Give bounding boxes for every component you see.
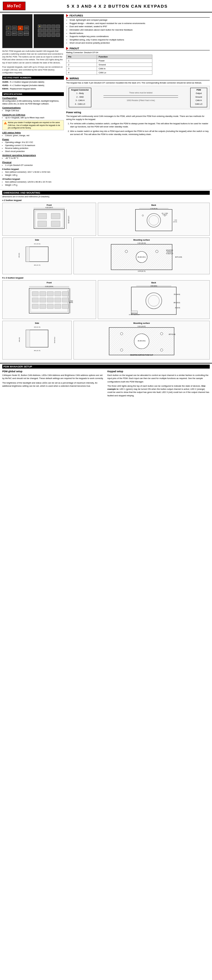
- wiring-method-2: Wire a master switch or ignition key int…: [70, 130, 210, 136]
- svg-rect-78: [26, 330, 30, 347]
- svg-text:Ø1.600 (40.6): Ø1.600 (40.6): [138, 340, 146, 342]
- key-b4: [51, 29, 55, 33]
- feature-1: Small, lightweight and compact package: [70, 18, 210, 22]
- button8-item-1: Size (without connector): 104.7 x 62.82 …: [5, 171, 64, 174]
- pdm-setup-header: PDM MANAGER SETUP: [2, 364, 210, 369]
- key-b2: [43, 29, 46, 33]
- front-view-4x2: Front 4.122 (104.7): [2, 203, 96, 236]
- side-5x3-svg: .620 (15.74) .855 (21.72) .380 (20) .726…: [4, 325, 70, 352]
- key-b5: TRANS PUMP: [56, 29, 60, 33]
- pdm-pin-4: CAN LO: [193, 102, 205, 106]
- part-numbers-section: KEYPAD PART NUMBERS: [2, 76, 64, 80]
- specifications-header: SPECIFICATIONS: [2, 92, 64, 96]
- svg-text:.280 (20): .280 (20): [18, 253, 20, 258]
- side-5x3-label: Side: [4, 322, 70, 324]
- comms-title: Communications: [2, 107, 64, 109]
- capacity-item-1: Up to 4 keypads, with up to fifteen keys…: [5, 116, 64, 119]
- svg-point-68: [148, 295, 159, 306]
- svg-text:Ø275 (6.99): Ø275 (6.99): [175, 256, 182, 258]
- key-a4: [51, 25, 55, 28]
- main-content: ⚡ ACC ▶ RAIN ⬅ NEXT FAN WATER 💡: [0, 13, 212, 189]
- button8-section: 8 button keypad: Size (without connector…: [2, 168, 64, 177]
- key-a5: [56, 25, 60, 28]
- svg-text:4.122 (104.7): 4.122 (104.7): [46, 207, 53, 208]
- svg-point-36: [156, 250, 158, 253]
- button15-item-2: Weight: 175 g: [5, 184, 64, 187]
- svg-text:.39 (9.33): .39 (9.33): [175, 307, 180, 309]
- wiring-arrow: [66, 77, 68, 80]
- key-a3: [47, 25, 51, 28]
- mounting-5x3-label: Mounting surface: [75, 322, 208, 324]
- product-images: ⚡ ACC ▶ RAIN ⬅ NEXT FAN WATER 💡: [2, 14, 64, 48]
- motec-logo: MoTeC: [3, 2, 25, 10]
- feature-3: Dust and water resistant, sealed to IP67: [70, 25, 210, 28]
- right-column: FEATURES Small, lightweight and compact …: [66, 14, 210, 188]
- svg-text:7.522: 7.522: [70, 300, 73, 302]
- product-description: MoTeC PDM keypads are multi-button backl…: [2, 50, 64, 64]
- button15-title: 15 button keypad:: [2, 178, 64, 180]
- dimensions-note: dimensions are in inches and millimetres…: [2, 196, 210, 197]
- svg-point-19: [142, 215, 143, 216]
- svg-rect-54: [55, 298, 61, 302]
- mounting-svg-4x2: 4.152 (105.46) 2.076 (52.73) Ø275 (6.99)…: [75, 242, 208, 272]
- power-item-4: Short circuit protection: [5, 150, 64, 153]
- keypad-4x2-drawings: x 2 button keypad Front: [2, 199, 210, 274]
- capacity-warning: ! Advise your dealer if multiple keypads…: [2, 120, 64, 130]
- svg-point-35: [125, 250, 128, 253]
- back-view-5x3: Back VENT PLUG DO NOT OBSTRUCT 3.500 (88…: [98, 280, 210, 319]
- svg-rect-66: [131, 287, 176, 315]
- led-section: LED status lights Colours: green, orange…: [2, 131, 64, 137]
- svg-point-86: [120, 332, 123, 335]
- mounting-view-5x3: Mounting surface 5.: [73, 321, 210, 360]
- wiring-header: WIRING: [66, 77, 210, 80]
- back-label: Back: [99, 204, 208, 206]
- pdm-global-text2: The brightness of the backlight and stat…: [2, 381, 104, 388]
- product-description2: Four separate keypads, each with up to 1…: [2, 66, 64, 74]
- svg-point-88: [120, 349, 123, 351]
- svg-text:4.152 (105.46): 4.152 (105.46): [138, 243, 146, 244]
- svg-rect-28: [26, 247, 29, 262]
- power-item-3: Reverse battery protection: [5, 147, 64, 150]
- temp-section: Ambient operating temperature -40 °C to …: [2, 154, 64, 160]
- svg-rect-59: [55, 304, 61, 309]
- svg-text:.611 (15.52): .611 (15.52): [34, 243, 40, 245]
- svg-text:1.350: 1.350: [174, 220, 177, 221]
- svg-text:5.100 (129.54): 5.100 (129.54): [45, 286, 54, 287]
- pinout-header: PINOUT: [66, 47, 210, 50]
- keypad-connector-box: Keypad Connector 1 - Body 2 - GND 3 - CA…: [69, 88, 91, 107]
- svg-text:SURFACE: SURFACE: [166, 251, 172, 253]
- page-header: MoTeC 5 X 3 AND 4 X 2 BUTTON CAN KEYPADS: [0, 0, 212, 13]
- svg-text:.855 (21.72): .855 (21.72): [34, 350, 40, 351]
- key-c1: [38, 33, 42, 37]
- keypad-setup-title: Keypad setup: [108, 370, 210, 373]
- svg-rect-53: [47, 298, 54, 302]
- key-4: RAIN: [24, 26, 29, 30]
- part-41400: 41400– 5 x 3 button keypad (includes lab…: [2, 80, 64, 84]
- connector-text: Mating Connector: Deutsch DT-04: [66, 51, 210, 54]
- pinout-title: PINOUT: [70, 47, 79, 50]
- svg-text:(89.46): (89.46): [69, 302, 73, 304]
- pin-row-3: 3 CAN In: [66, 67, 152, 71]
- warning-triangle-icon: !: [4, 121, 7, 129]
- svg-rect-47: [40, 291, 46, 296]
- svg-text:TO BE FLAT: TO BE FLAT: [166, 253, 173, 255]
- button8-item-2: Weight: 105 g: [5, 174, 64, 177]
- pdm-global-title: PDM global setup: [2, 370, 104, 373]
- pdm-setup-section: PDM MANAGER SETUP PDM global setup CANop…: [0, 363, 212, 398]
- button8-title: 8 button keypad:: [2, 168, 64, 170]
- feature-2: Rugged design – vibration, and impact re…: [70, 22, 210, 25]
- svg-point-87: [160, 332, 163, 335]
- svg-rect-4: [38, 213, 47, 219]
- wiring-title: WIRING: [70, 77, 79, 80]
- mounting-5x3-svg: 5.310 (134.87) Ø1.600 (40.6) Ø275 (6.99)…: [75, 325, 208, 358]
- svg-point-17: [147, 214, 161, 227]
- pin-row-1: 1 Power: [66, 59, 152, 63]
- back-5x3-svg: VENT PLUG DO NOT OBSTRUCT 3.500 (88.9) .…: [99, 285, 208, 317]
- part-63044: 63044– Replacement keypad labels: [2, 87, 64, 91]
- power-wiring-title: Power wiring: [66, 111, 210, 114]
- physical-section: Physical 1 x 4 pin Deutsch DT connector: [2, 161, 64, 167]
- keypad-5x3-image: 💡 TRANS PUMP: [34, 14, 64, 48]
- key-b1: [38, 29, 42, 33]
- func-3: CAN In: [97, 67, 152, 71]
- svg-text:.855 (21.72): .855 (21.72): [34, 264, 40, 266]
